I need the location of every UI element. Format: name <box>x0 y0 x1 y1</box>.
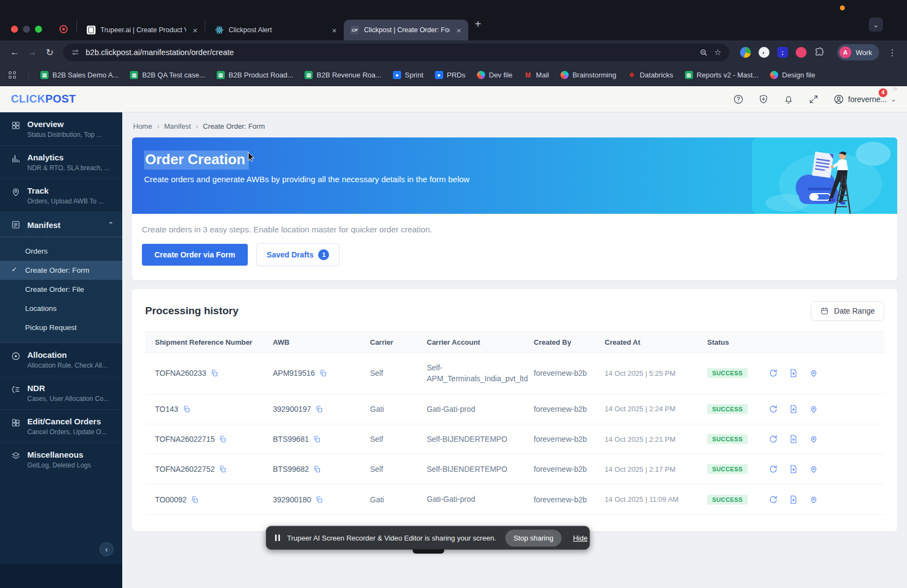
back-button[interactable]: ← <box>7 44 23 61</box>
retry-refresh-icon[interactable] <box>768 404 778 414</box>
bar-chart-icon <box>11 154 21 164</box>
reload-button[interactable]: ↻ <box>41 44 58 61</box>
copy-icon[interactable] <box>219 465 226 473</box>
sidebar-item-orders[interactable]: Orders <box>0 242 122 261</box>
sidebar-item-analytics[interactable]: Analytics NDR & RTO, SLA breach, ... <box>0 146 122 179</box>
date-range-button[interactable]: Date Range <box>811 301 884 321</box>
browser-menu-button[interactable]: ⋮ <box>885 47 900 58</box>
retry-refresh-icon[interactable] <box>768 434 778 444</box>
copy-icon[interactable] <box>183 405 190 413</box>
sidebar-item-track[interactable]: Track Orders, Upload AWB To ... <box>0 179 122 212</box>
puzzle-extensions-icon[interactable] <box>814 47 825 58</box>
forward-button[interactable]: → <box>24 44 40 61</box>
sidebar-item-create-order-form[interactable]: ✓ Create Order: Form <box>0 261 122 280</box>
hide-link[interactable]: Hide <box>573 534 588 542</box>
extension-icon[interactable]: ◐ <box>759 47 769 58</box>
sidebar-item-pickup-request[interactable]: Pickup Request <box>0 318 122 337</box>
account-menu[interactable]: foreverne... 4 ⌄ <box>833 94 896 105</box>
stop-sharing-button[interactable]: Stop sharing <box>505 530 562 547</box>
minimize-window-button[interactable] <box>23 26 30 33</box>
sidebar-item-locations[interactable]: Locations <box>0 299 122 318</box>
column-header: Shipment Reference Number <box>155 332 273 352</box>
bookmark-item[interactable]: PRDs <box>435 71 466 79</box>
track-location-icon[interactable] <box>809 464 819 474</box>
track-location-icon[interactable] <box>809 404 819 414</box>
copy-icon[interactable] <box>313 435 321 443</box>
close-window-button[interactable] <box>11 26 18 33</box>
bookmark-star-icon[interactable]: ☆ <box>714 47 721 57</box>
help-icon[interactable] <box>733 94 744 105</box>
awb-value: 392900197 <box>273 405 311 413</box>
breadcrumb-home[interactable]: Home <box>133 122 152 130</box>
copy-icon[interactable] <box>211 369 218 377</box>
sidebar-item-edit-cancel-orders[interactable]: Edit/Cancel Orders Cancel Orders, Update… <box>0 410 122 443</box>
share-bar-drag-handle[interactable] <box>413 549 444 554</box>
close-tab-icon[interactable]: × <box>191 26 199 35</box>
create-order-via-form-button[interactable]: Create Order via Form <box>142 244 248 266</box>
extension-icon[interactable] <box>796 47 807 58</box>
copy-icon[interactable] <box>219 435 226 443</box>
bookmark-item[interactable]: B2B Revenue Roa... <box>305 71 381 79</box>
saved-drafts-button[interactable]: Saved Drafts 1 <box>256 243 340 266</box>
sidebar-collapse-button[interactable]: ‹ <box>99 542 114 556</box>
close-tab-icon[interactable]: × <box>330 26 338 35</box>
bookmark-item[interactable]: Mail <box>524 71 549 79</box>
bookmark-item[interactable]: B2B QA Test case... <box>130 71 205 79</box>
notifications-bell-icon[interactable] <box>783 94 794 105</box>
close-tab-icon[interactable]: × <box>455 26 463 35</box>
apps-grid-icon[interactable] <box>9 71 16 79</box>
shield-plus-icon[interactable] <box>758 94 769 105</box>
sidebar-item-label: NDR <box>27 383 109 393</box>
bookmark-item[interactable]: Brainstorming <box>560 71 616 79</box>
search-tabs-icon[interactable] <box>699 48 708 57</box>
bookmark-item[interactable]: B2B Sales Demo A... <box>40 71 118 79</box>
url-text[interactable]: b2b.clickpost.ai/manifestation/order/cre… <box>86 48 693 57</box>
track-location-icon[interactable] <box>809 495 819 505</box>
download-label-icon[interactable] <box>789 495 798 505</box>
browser-tab-clickpost-alert[interactable]: Clickpost Alert × <box>208 20 344 40</box>
copy-icon[interactable] <box>191 496 199 503</box>
bookmark-item[interactable]: Dev file <box>477 71 512 79</box>
zoom-window-button[interactable] <box>35 26 42 33</box>
sidebar-item-overview[interactable]: Overview Status Distribution, Top ... <box>0 112 122 146</box>
bookmark-item[interactable]: Databricks <box>628 71 673 79</box>
copy-icon[interactable] <box>319 369 327 377</box>
bookmark-item[interactable]: Design file <box>770 71 815 79</box>
sidebar-item-manifest[interactable]: Manifest ⌃ <box>0 212 122 237</box>
extension-icon[interactable] <box>740 47 751 58</box>
new-tab-button[interactable]: + <box>475 18 481 31</box>
breadcrumb-manifest[interactable]: Manifest <box>164 122 191 130</box>
sidebar-item-create-order-file[interactable]: Create Order: File <box>0 280 122 299</box>
track-location-icon[interactable] <box>809 434 819 444</box>
retry-refresh-icon[interactable] <box>768 464 778 474</box>
copy-icon[interactable] <box>315 405 323 413</box>
download-label-icon[interactable] <box>789 368 798 378</box>
sidebar-item-allocation[interactable]: Allocation Allocation Rule, Check All... <box>0 343 122 376</box>
extension-icon[interactable]: ; <box>777 47 788 58</box>
bookmarks-overflow-icon[interactable]: » <box>893 83 897 93</box>
track-location-icon[interactable] <box>809 368 819 378</box>
sidebar-item-ndr[interactable]: NDR Cases, User Allocation Co... <box>0 376 122 410</box>
browser-tab-create-order[interactable]: CP Clickpost | Create Order: For × <box>344 20 468 40</box>
retry-refresh-icon[interactable] <box>768 495 778 505</box>
table-header-row: Shipment Reference Number AWB Carrier Ca… <box>145 332 884 353</box>
bookmark-item[interactable]: Sprint <box>393 71 423 79</box>
address-bar[interactable]: b2b.clickpost.ai/manifestation/order/cre… <box>63 44 729 61</box>
site-settings-icon[interactable] <box>71 48 80 57</box>
bookmark-item[interactable]: B2B Product Road... <box>217 71 294 79</box>
tab-search-button[interactable]: ⌄ <box>869 17 883 32</box>
pause-icon[interactable] <box>275 535 280 541</box>
bookmark-item[interactable]: Reports v2 - Mast... <box>685 71 759 79</box>
download-label-icon[interactable] <box>789 404 798 414</box>
download-label-icon[interactable] <box>789 434 798 444</box>
download-label-icon[interactable] <box>789 464 798 474</box>
created-by-value: forevernew-b2b <box>534 395 605 423</box>
browser-tab-trupeer[interactable]: Trupeer.ai | Create Product Vi × <box>80 20 205 40</box>
fullscreen-expand-icon[interactable] <box>808 94 819 105</box>
copy-icon[interactable] <box>313 465 321 473</box>
browser-profile-chip[interactable]: A Work <box>837 44 879 61</box>
sidebar-item-miscellaneous[interactable]: Miscellaneous GetLog, Deleted Logs <box>0 443 122 476</box>
clickpost-logo[interactable]: CLICKPOST <box>11 93 76 105</box>
retry-refresh-icon[interactable] <box>768 368 778 378</box>
copy-icon[interactable] <box>315 496 323 503</box>
